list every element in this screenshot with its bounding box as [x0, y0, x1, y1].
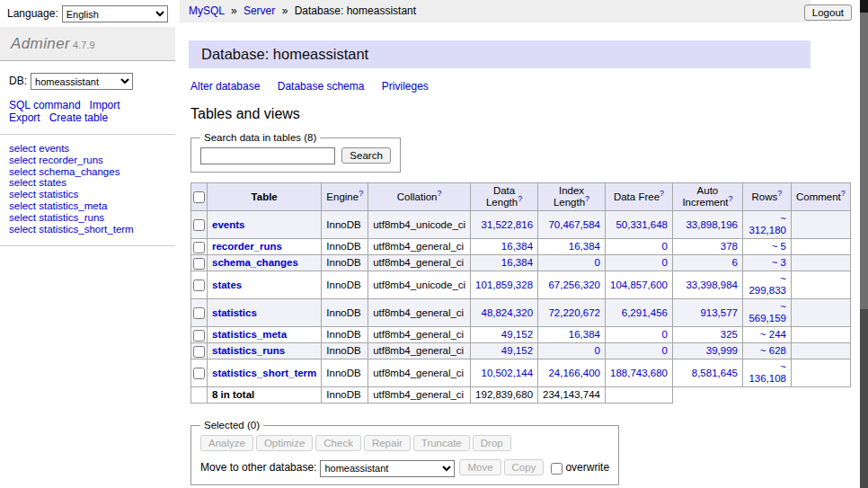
data-free-link[interactable]: 188,743,680: [610, 368, 668, 378]
language-select[interactable]: English: [62, 5, 168, 22]
rows-link[interactable]: ~ 569,159: [748, 301, 786, 324]
vertical-scrollbar[interactable]: [860, 0, 868, 488]
row-checkbox[interactable]: [193, 368, 205, 379]
row-checkbox[interactable]: [193, 242, 205, 253]
data-free-link[interactable]: 0: [662, 257, 668, 268]
column-help-link[interactable]: ?: [585, 195, 589, 204]
rows-link[interactable]: ~ 299,833: [748, 273, 786, 296]
sidebar-table-link[interactable]: select recorder_runs: [9, 155, 166, 166]
row-checkbox[interactable]: [193, 279, 205, 291]
data-free-link[interactable]: 6,291,456: [622, 307, 668, 318]
auto-increment-link[interactable]: 913,577: [700, 307, 738, 318]
auto-increment-link[interactable]: 325: [721, 329, 738, 340]
column-help-link[interactable]: ?: [437, 189, 441, 198]
auto-increment-link[interactable]: 39,999: [706, 345, 738, 356]
sidebar-link-export[interactable]: Export: [9, 111, 40, 124]
sidebar-table-link[interactable]: select events: [9, 143, 166, 155]
data-length-link[interactable]: 16,384: [501, 241, 533, 252]
index-length-link[interactable]: 0: [595, 345, 600, 356]
sidebar-link-create-table[interactable]: Create table: [49, 111, 108, 124]
select-all-checkbox[interactable]: [193, 191, 205, 203]
search-input[interactable]: [200, 147, 335, 164]
privileges-link[interactable]: Privileges: [382, 80, 429, 93]
data-free-link[interactable]: 104,857,600: [610, 279, 668, 290]
table-name-link[interactable]: statistics_runs: [212, 345, 285, 356]
rows-link[interactable]: ~ 3: [772, 257, 786, 268]
drop-button[interactable]: Drop: [473, 435, 511, 451]
data-free-link[interactable]: 50,331,648: [616, 219, 668, 230]
auto-increment-link[interactable]: 6: [732, 257, 738, 268]
column-help-link[interactable]: ?: [841, 189, 846, 198]
index-length-link[interactable]: 16,384: [569, 329, 600, 340]
auto-increment-link[interactable]: 8,581,645: [692, 368, 738, 378]
sidebar-table-link[interactable]: select statistics: [9, 189, 166, 200]
db-select[interactable]: homeassistant: [31, 73, 133, 90]
sidebar-link-import[interactable]: Import: [90, 99, 120, 111]
column-help-link[interactable]: ?: [660, 189, 664, 198]
index-length-link[interactable]: 24,166,400: [548, 368, 600, 378]
row-checkbox[interactable]: [193, 330, 205, 342]
data-length-link[interactable]: 49,152: [501, 345, 533, 356]
table-name-link[interactable]: events: [212, 219, 244, 230]
sidebar-table-link[interactable]: select states: [9, 177, 166, 189]
table-name-link[interactable]: statistics: [212, 307, 257, 318]
index-length-link[interactable]: 67,256,320: [548, 279, 600, 290]
search-button[interactable]: Search: [341, 147, 390, 164]
breadcrumb-mysql-link[interactable]: MySQL: [189, 4, 225, 17]
adminer-logo[interactable]: Adminer: [11, 35, 70, 52]
analyze-button[interactable]: Analyze: [200, 435, 253, 451]
move-database-select[interactable]: homeassistant: [320, 460, 455, 477]
rows-link[interactable]: ~ 136,108: [748, 361, 786, 384]
database-schema-link[interactable]: Database schema: [278, 80, 365, 93]
column-help-link[interactable]: ?: [518, 195, 522, 204]
data-free-link[interactable]: 0: [662, 329, 668, 340]
column-help-link[interactable]: ?: [729, 195, 733, 204]
table-name-link[interactable]: schema_changes: [212, 257, 298, 268]
table-name-link[interactable]: statistics_meta: [212, 329, 287, 340]
sidebar-link-sql-command[interactable]: SQL command: [9, 99, 81, 111]
table-name-link[interactable]: statistics_short_term: [212, 368, 316, 378]
data-length-link[interactable]: 48,824,320: [481, 307, 533, 318]
rows-link[interactable]: ~ 244: [760, 329, 786, 340]
rows-link[interactable]: ~ 5: [772, 241, 786, 252]
row-checkbox[interactable]: [193, 219, 205, 231]
data-length-link[interactable]: 31,522,816: [481, 219, 533, 230]
rows-link[interactable]: ~ 628: [760, 345, 786, 356]
truncate-button[interactable]: Truncate: [413, 435, 470, 451]
sidebar-table-link[interactable]: select schema_changes: [9, 166, 166, 178]
sidebar-table-link[interactable]: select statistics_short_term: [9, 224, 166, 235]
rows-link[interactable]: ~ 312,180: [748, 213, 786, 235]
optimize-button[interactable]: Optimize: [256, 435, 313, 451]
row-checkbox[interactable]: [193, 307, 205, 319]
data-length-link[interactable]: 10,502,144: [481, 368, 533, 378]
sidebar-table-link[interactable]: select statistics_meta: [9, 200, 166, 212]
data-length-link[interactable]: 101,859,328: [475, 279, 533, 290]
column-help-link[interactable]: ?: [359, 189, 363, 198]
breadcrumb-server-link[interactable]: Server: [244, 4, 275, 17]
overwrite-option[interactable]: overwrite: [551, 461, 609, 474]
index-length-link[interactable]: 16,384: [569, 241, 600, 252]
index-length-link[interactable]: 72,220,672: [548, 307, 600, 318]
table-name-link[interactable]: states: [212, 279, 242, 290]
scrollbar-thumb[interactable]: [860, 13, 868, 309]
column-help-link[interactable]: ?: [777, 189, 782, 198]
data-length-link[interactable]: 49,152: [501, 329, 533, 340]
data-free-link[interactable]: 0: [662, 345, 668, 356]
row-checkbox[interactable]: [193, 346, 205, 358]
overwrite-checkbox[interactable]: [551, 463, 562, 475]
alter-database-link[interactable]: Alter database: [190, 80, 260, 93]
auto-increment-link[interactable]: 33,398,984: [686, 279, 738, 290]
data-free-link[interactable]: 0: [662, 241, 668, 252]
data-length-link[interactable]: 16,384: [501, 257, 533, 268]
adminer-version-link[interactable]: 4.7.9: [73, 40, 94, 50]
check-button[interactable]: Check: [315, 435, 361, 451]
move-button[interactable]: Move: [459, 459, 500, 475]
index-length-link[interactable]: 0: [595, 257, 600, 268]
index-length-link[interactable]: 70,467,584: [548, 219, 600, 230]
table-name-link[interactable]: recorder_runs: [212, 241, 282, 252]
auto-increment-link[interactable]: 33,898,196: [686, 219, 738, 230]
copy-button[interactable]: Copy: [504, 459, 545, 475]
sidebar-table-link[interactable]: select statistics_runs: [9, 212, 166, 224]
row-checkbox[interactable]: [193, 258, 205, 270]
logout-button[interactable]: Logout: [804, 4, 852, 21]
